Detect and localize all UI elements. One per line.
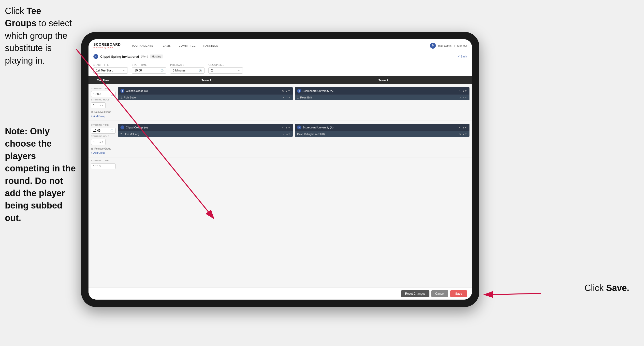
team2-name-2: Scoreboard University (A) xyxy=(302,126,334,129)
starting-hole-value-2: 1 xyxy=(93,140,95,144)
starting-time-input-3[interactable]: 10:10 xyxy=(91,163,116,169)
team2-card-right-1: ✕ ▲▼ xyxy=(458,89,467,93)
team2-card-left-2: S Scoreboard University (A) xyxy=(297,125,334,129)
admin-name: blair admin xyxy=(438,44,452,47)
player-remove-1-2[interactable]: ✕ xyxy=(282,133,284,136)
hole-arrows-1: ▲▼ xyxy=(99,104,104,107)
team1-remove-2[interactable]: ✕ xyxy=(282,126,284,129)
team1-header: Team 1 xyxy=(118,76,295,84)
trash-icon-1: 🗑 xyxy=(91,111,94,113)
start-type-select[interactable]: 1st Tee Start ▼ xyxy=(94,67,128,74)
team1-remove-1[interactable]: ✕ xyxy=(282,89,284,93)
player-name-2-1: 1. Rees Britt xyxy=(297,96,312,99)
save-button[interactable]: Save xyxy=(450,290,467,297)
start-time-value: 10:00 xyxy=(134,69,142,72)
back-button[interactable]: < Back xyxy=(458,55,467,58)
remove-group-label-1: Remove Group xyxy=(94,111,111,113)
start-type-value: 1st Tee Start xyxy=(96,69,112,72)
footer: Reset Changes Cancel Save xyxy=(88,288,472,300)
team2-arrows-1[interactable]: ▲▼ xyxy=(462,90,467,92)
intervals-select[interactable]: 5 Minutes 🕐 xyxy=(170,67,204,74)
group-size-select[interactable]: 2 ▼ xyxy=(208,67,243,74)
click-save-label: Click Save. xyxy=(584,283,629,293)
note-prefix: Note: Only choose the players competing … xyxy=(5,126,76,223)
start-time-select[interactable]: 10:00 🕐 xyxy=(132,67,166,74)
time-clock-icon-2: 🕐 xyxy=(110,129,113,132)
cancel-button[interactable]: Cancel xyxy=(432,290,448,297)
team2-col-1: S Scoreboard University (A) ✕ ▲▼ 1. Rees… xyxy=(295,87,470,118)
plus-icon-2: + xyxy=(91,151,92,154)
player-arrows-1-2[interactable]: ▲▼ xyxy=(286,133,290,136)
team1-card-right-2: ✕ ▲▼ xyxy=(282,126,290,129)
starting-time-label-1: STARTING TIME: xyxy=(91,87,116,90)
starting-hole-input-2[interactable]: 1 ▲▼ xyxy=(91,139,106,145)
sub-header-left: C Clippd Spring Invitational (Men) Hosti… xyxy=(94,54,163,59)
player-remove-1-1[interactable]: ✕ xyxy=(282,96,284,99)
nav-tournaments[interactable]: TOURNAMENTS xyxy=(128,43,156,49)
team1-card-header-1: C Clippd College (A) ✕ ▲▼ xyxy=(118,87,293,94)
player-row-1-2: 2. Blair McHarg ✕ ▲▼ xyxy=(118,131,293,137)
add-group-btn-2[interactable]: + Add Group xyxy=(91,151,116,154)
player-row-2-1: 1. Rees Britt ✕ ▲▼ xyxy=(295,94,470,100)
column-headers: Tee Time Team 1 Team 2 xyxy=(88,76,472,84)
remove-group-btn-2[interactable]: 🗑 Remove Group xyxy=(91,147,116,150)
player-remove-2-2[interactable]: ✕ xyxy=(459,133,461,136)
nav-right: B blair admin | Sign out xyxy=(430,43,467,49)
player-arrows-2-1[interactable]: ▲▼ xyxy=(462,96,467,99)
starting-time-input-2[interactable]: 10:05 🕐 xyxy=(91,128,116,134)
group-size-arrow: ▼ xyxy=(238,69,240,72)
start-type-label: Start Type xyxy=(94,64,128,66)
time-panel-3: STARTING TIME: 10:10 xyxy=(91,159,118,169)
team2-remove-1[interactable]: ✕ xyxy=(458,89,461,93)
team1-card-1: C Clippd College (A) ✕ ▲▼ 1. Rich Butler xyxy=(118,87,293,100)
intervals-clock-icon: 🕐 xyxy=(199,69,202,72)
team1-dot-2: C xyxy=(120,125,124,129)
remove-group-btn-1[interactable]: 🗑 Remove Group xyxy=(91,111,116,113)
tee-group-row-2: STARTING TIME: 10:05 🕐 STARTING HOLE: 1 … xyxy=(88,121,472,157)
player-name-1-2: 2. Blair McHarg xyxy=(120,133,139,136)
reset-changes-button[interactable]: Reset Changes xyxy=(401,290,430,297)
time-clock-icon-1: 🕐 xyxy=(110,93,113,95)
team2-col-2: S Scoreboard University (A) ✕ ▲▼ Dave Bi… xyxy=(295,124,470,154)
starting-hole-label-1: STARTING HOLE: xyxy=(91,98,116,101)
nav-teams[interactable]: TEAMS xyxy=(158,43,174,49)
signout-link[interactable]: Sign out xyxy=(457,44,467,47)
add-group-label-2: Add Group xyxy=(94,151,105,154)
note-text: Note: Only choose the players competing … xyxy=(0,120,84,229)
click-save-prefix: Click xyxy=(584,283,606,293)
player-remove-2-1[interactable]: ✕ xyxy=(459,96,461,99)
player-arrows-2-2[interactable]: ▲▼ xyxy=(462,133,467,136)
team2-arrows-2[interactable]: ▲▼ xyxy=(462,126,467,129)
team1-arrows-1[interactable]: ▲▼ xyxy=(286,90,290,92)
team2-dot-2: S xyxy=(297,125,301,129)
player-row-right-1-1: ✕ ▲▼ xyxy=(282,96,290,99)
team1-col-2: C Clippd College (A) ✕ ▲▼ 2. Blair McHar… xyxy=(118,124,293,154)
logo-area: SCOREBOARD Powered by clippd xyxy=(94,42,121,49)
nav-committee[interactable]: COMMITTEE xyxy=(175,43,199,49)
starting-hole-value-1: 1 xyxy=(93,104,95,107)
player-name-2-2: Dave Billingham (SUB) xyxy=(297,133,325,136)
player-name-1-1: 1. Rich Butler xyxy=(120,96,137,99)
player-row-right-1-2: ✕ ▲▼ xyxy=(282,133,290,136)
starting-hole-input-1[interactable]: 1 ▲▼ xyxy=(91,102,106,108)
team1-arrows-2[interactable]: ▲▼ xyxy=(286,126,290,129)
team2-card-1: S Scoreboard University (A) ✕ ▲▼ 1. Rees… xyxy=(295,87,470,100)
player-arrows-1-1[interactable]: ▲▼ xyxy=(286,96,290,99)
starting-hole-label-2: STARTING HOLE: xyxy=(91,135,116,137)
team2-remove-2[interactable]: ✕ xyxy=(458,126,461,129)
team2-card-header-2: S Scoreboard University (A) ✕ ▲▼ xyxy=(295,124,470,131)
team1-card-left-1: C Clippd College (A) xyxy=(120,89,148,93)
plus-icon-1: + xyxy=(91,115,92,118)
add-group-btn-1[interactable]: + Add Group xyxy=(91,115,116,118)
start-type-arrow: ▼ xyxy=(123,69,125,72)
intervals-label: Intervals xyxy=(170,64,204,66)
team2-card-right-2: ✕ ▲▼ xyxy=(458,126,467,129)
tee-group-row-3: STARTING TIME: 10:10 xyxy=(88,157,472,171)
team1-col-1: C Clippd College (A) ✕ ▲▼ 1. Rich Butler xyxy=(118,87,293,118)
admin-avatar: B xyxy=(430,43,436,49)
nav-rankings[interactable]: RANKINGS xyxy=(200,43,222,49)
logo-title: SCOREBOARD xyxy=(94,42,121,46)
team1-dot-1: C xyxy=(120,89,124,93)
starting-time-input-1[interactable]: 10:00 🕐 xyxy=(91,91,116,97)
team1-card-left-2: C Clippd College (A) xyxy=(120,125,148,129)
